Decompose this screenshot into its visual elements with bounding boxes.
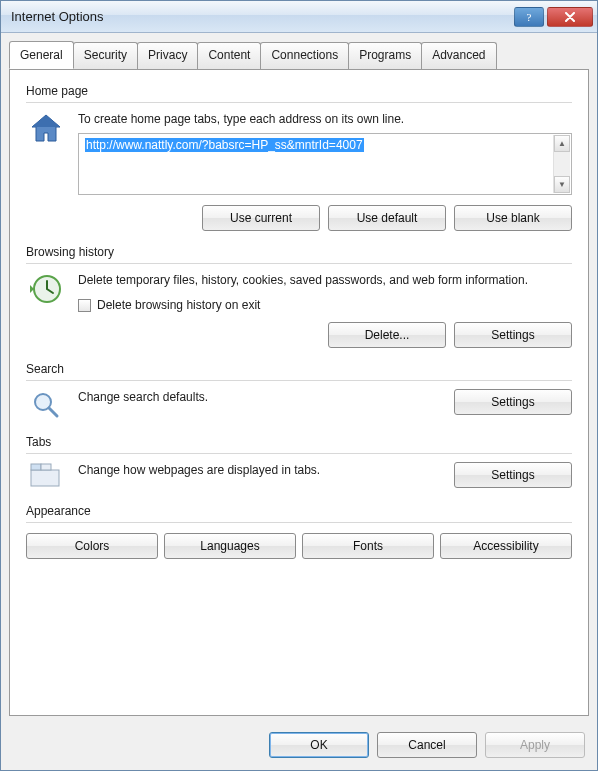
home-icon: [26, 111, 66, 195]
svg-rect-6: [31, 470, 59, 486]
history-icon: [26, 272, 66, 312]
tab-privacy[interactable]: Privacy: [137, 42, 198, 70]
tab-content[interactable]: Content: [197, 42, 261, 70]
close-button[interactable]: [547, 7, 593, 27]
titlebar: Internet Options ?: [1, 1, 597, 33]
svg-text:?: ?: [527, 11, 532, 23]
window-title: Internet Options: [11, 9, 514, 24]
tabs-desc: Change how webpages are displayed in tab…: [78, 462, 442, 478]
divider: [26, 453, 572, 454]
scroll-down-icon[interactable]: ▼: [554, 176, 570, 193]
fonts-button[interactable]: Fonts: [302, 533, 434, 559]
divider: [26, 522, 572, 523]
accessibility-button[interactable]: Accessibility: [440, 533, 572, 559]
divider: [26, 263, 572, 264]
homepage-url-text: http://www.nattly.com/?babsrc=HP_ss&mntr…: [85, 138, 364, 152]
tab-strip: General Security Privacy Content Connect…: [1, 33, 597, 69]
tabs-group: Tabs Change how webpages are displayed i…: [26, 435, 572, 490]
tab-advanced[interactable]: Advanced: [421, 42, 496, 70]
homepage-label: Home page: [26, 84, 572, 98]
appearance-label: Appearance: [26, 504, 572, 518]
scrollbar[interactable]: ▲ ▼: [553, 135, 570, 193]
search-label: Search: [26, 362, 572, 376]
tab-security[interactable]: Security: [73, 42, 138, 70]
homepage-url-input[interactable]: http://www.nattly.com/?babsrc=HP_ss&mntr…: [78, 133, 572, 195]
use-default-button[interactable]: Use default: [328, 205, 446, 231]
ok-button[interactable]: OK: [269, 732, 369, 758]
delete-on-exit-checkbox[interactable]: [78, 299, 91, 312]
scroll-up-icon[interactable]: ▲: [554, 135, 570, 152]
tabs-label: Tabs: [26, 435, 572, 449]
svg-rect-8: [41, 464, 51, 470]
svg-marker-2: [32, 115, 60, 127]
delete-history-button[interactable]: Delete...: [328, 322, 446, 348]
history-group: Browsing history Delete temporary files,…: [26, 245, 572, 348]
delete-on-exit-label: Delete browsing history on exit: [97, 298, 260, 312]
svg-line-5: [49, 408, 57, 416]
use-blank-button[interactable]: Use blank: [454, 205, 572, 231]
search-group: Search Change search defaults. Settings: [26, 362, 572, 421]
search-icon: [26, 389, 66, 421]
tabs-icon: [26, 462, 66, 490]
homepage-desc: To create home page tabs, type each addr…: [78, 111, 572, 127]
svg-rect-7: [31, 464, 41, 470]
delete-on-exit-row[interactable]: Delete browsing history on exit: [78, 298, 572, 312]
tab-general[interactable]: General: [9, 41, 74, 69]
appearance-group: Appearance Colors Languages Fonts Access…: [26, 504, 572, 559]
tab-programs[interactable]: Programs: [348, 42, 422, 70]
search-desc: Change search defaults.: [78, 389, 442, 405]
apply-button[interactable]: Apply: [485, 732, 585, 758]
dialog-button-row: OK Cancel Apply: [1, 724, 597, 770]
history-settings-button[interactable]: Settings: [454, 322, 572, 348]
tab-connections[interactable]: Connections: [260, 42, 349, 70]
divider: [26, 380, 572, 381]
search-settings-button[interactable]: Settings: [454, 389, 572, 415]
window-buttons: ?: [514, 7, 593, 27]
homepage-group: Home page To create home page tabs, type…: [26, 84, 572, 231]
help-button[interactable]: ?: [514, 7, 544, 27]
use-current-button[interactable]: Use current: [202, 205, 320, 231]
languages-button[interactable]: Languages: [164, 533, 296, 559]
general-panel: Home page To create home page tabs, type…: [9, 69, 589, 716]
history-desc: Delete temporary files, history, cookies…: [78, 272, 572, 288]
divider: [26, 102, 572, 103]
tabs-settings-button[interactable]: Settings: [454, 462, 572, 488]
internet-options-dialog: Internet Options ? General Security Priv…: [0, 0, 598, 771]
history-label: Browsing history: [26, 245, 572, 259]
colors-button[interactable]: Colors: [26, 533, 158, 559]
cancel-button[interactable]: Cancel: [377, 732, 477, 758]
